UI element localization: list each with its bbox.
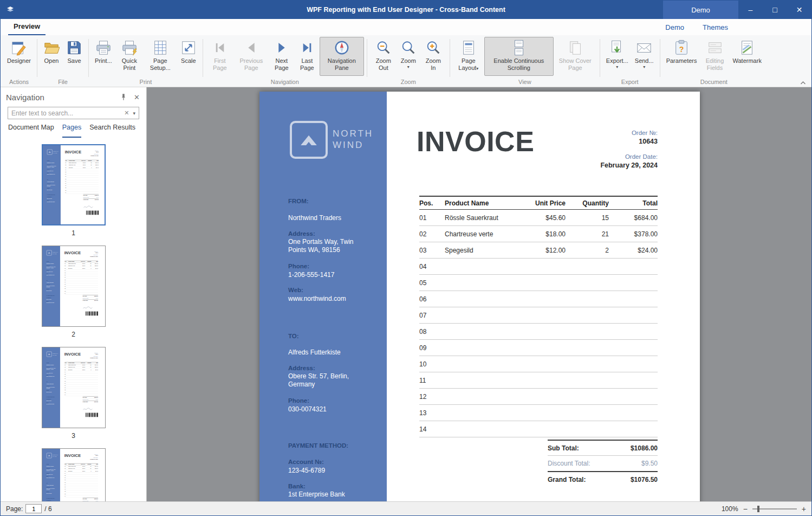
scale-button[interactable]: Scale (177, 37, 200, 76)
quick-print-button[interactable]: Quick Print (115, 37, 144, 76)
watermark-button[interactable]: Watermark (730, 37, 765, 76)
zoom-slider-thumb[interactable] (757, 506, 759, 512)
editing-fields-button[interactable]: Editing Fields (700, 37, 730, 76)
dropdown-caret-icon: ▾ (476, 66, 478, 71)
page-thumbnail-4[interactable]: NORTH WIND FROM: Northwind Traders Addre… (42, 448, 106, 501)
to-name: Alfreds Futterkiste (47, 181, 57, 182)
clear-search-icon[interactable]: ✕ (121, 109, 132, 117)
zoom-slider[interactable] (752, 506, 797, 512)
close-button[interactable]: ✕ (787, 1, 811, 19)
cell-quantity: 2 (86, 167, 92, 168)
cell-pos: 01 (419, 214, 445, 222)
invoice-table-row: 07 (419, 307, 658, 324)
maximize-button[interactable]: □ (763, 1, 787, 19)
tab-document-map[interactable]: Document Map (8, 124, 54, 138)
invoice-title: INVOICE (64, 251, 80, 255)
zoom-in-slider-button[interactable]: + (802, 505, 806, 513)
tab-pages[interactable]: Pages (62, 124, 81, 138)
ribbon-tab-row: Preview Demo Themes (1, 19, 811, 35)
page-layout-button[interactable]: Page Layout▾ (453, 37, 484, 76)
link-themes[interactable]: Themes (703, 23, 728, 31)
order-no-value: 10643 (90, 253, 98, 254)
search-dropdown-icon[interactable]: ▾ (132, 111, 139, 116)
export-button[interactable]: Export... ▾ (603, 37, 632, 76)
zoom-dropdown-button[interactable]: Zoom ▾ (397, 37, 420, 76)
cell-unit-price: $12.00 (77, 268, 85, 269)
group-caption-actions: Actions (3, 78, 35, 87)
tab-search-results[interactable]: Search Results (89, 124, 135, 138)
to-name: Alfreds Futterkiste (46, 485, 57, 486)
page-thumbnail-1[interactable]: NORTH WIND FROM: Northwind Traders Addre… (42, 144, 106, 225)
to-label: TO: (46, 381, 57, 382)
cell-pos: 14 (64, 394, 68, 395)
zoom-out-button[interactable]: Zoom Out (370, 37, 397, 76)
invoice-table-rows: 01 Rössle Sauerkraut $45.60 15 $684.00 0… (64, 364, 98, 396)
titlebar-demo-section[interactable]: Demo (663, 1, 738, 19)
pin-icon[interactable] (120, 93, 127, 101)
show-cover-page-button[interactable]: Show Cover Page (554, 37, 597, 76)
cell-unit-price: $18.00 (78, 165, 86, 166)
page-total: / 6 (44, 505, 51, 513)
header-pos: Pos. (64, 261, 68, 262)
last-page-button[interactable]: Last Page (295, 37, 320, 76)
designer-button[interactable]: Designer (4, 37, 34, 76)
thumbnail-item: NORTH WIND FROM: Northwind Traders Addre… (42, 246, 106, 338)
company-logo: NORTH WIND (290, 121, 373, 159)
link-demo[interactable]: Demo (665, 23, 684, 31)
previous-page-button[interactable]: Previous Page (234, 37, 269, 76)
close-panel-icon[interactable]: ✕ (134, 93, 140, 101)
order-no-label: Order №: (600, 130, 658, 136)
cell-pos: 13 (64, 291, 68, 292)
next-page-button[interactable]: Next Page (269, 37, 295, 76)
minimize-button[interactable]: – (738, 1, 763, 19)
invoice-table-rows: 01 Rössle Sauerkraut $45.60 15 $684.00 0… (419, 210, 658, 437)
sub-total-label: Sub Total: (83, 195, 87, 196)
header-product-name: Product Name (68, 261, 77, 262)
page-setup-button[interactable]: Page Setup... (144, 37, 177, 76)
cell-unit-price: $45.60 (77, 466, 85, 467)
invoice-table-row: 14 (64, 292, 98, 294)
previous-page-icon (244, 39, 258, 56)
cell-pos: 09 (419, 344, 445, 352)
invoice-table-row: 12 (419, 389, 658, 405)
search-input[interactable] (8, 109, 121, 117)
cell-pos: 05 (64, 373, 68, 375)
dropdown-caret-icon: ▾ (407, 65, 410, 69)
invoice-table: Pos. Product Name Unit Price Quantity To… (65, 160, 99, 194)
print-button[interactable]: Print... (92, 37, 115, 76)
page-number-input[interactable] (25, 504, 42, 513)
send-button[interactable]: Send... ▾ (632, 37, 657, 76)
grand-total-label: Grand Total: (83, 199, 88, 200)
cell-pos: 12 (64, 491, 68, 492)
navigation-pane-button[interactable]: Navigation Pane (320, 37, 364, 76)
thumbnail-item: NORTH WIND FROM: Northwind Traders Addre… (42, 347, 106, 440)
header-unit-price: Unit Price (78, 160, 86, 162)
from-label: FROM: (47, 160, 57, 161)
from-phone: 1-206-555-1417 (47, 170, 57, 171)
page-thumbnail-3[interactable]: NORTH WIND FROM: Northwind Traders Addre… (42, 347, 106, 428)
page-thumbnail-2[interactable]: NORTH WIND FROM: Northwind Traders Addre… (42, 246, 106, 327)
ribbon-group-document: ? Parameters Editing Fields Watermark (662, 36, 766, 87)
grand-total-row: Grand Total: $1076.50 (83, 198, 98, 201)
cell-pos: 06 (65, 174, 69, 175)
open-button[interactable]: Open (40, 37, 63, 76)
ribbon-group-navigation: First Page Previous Page Next Page (205, 36, 365, 87)
continuous-scrolling-button[interactable]: Enable Continuous Scrolling (484, 37, 554, 76)
cell-pos: 08 (64, 380, 68, 382)
cell-unit-price: $18.00 (511, 230, 566, 238)
cell-unit-price: $45.60 (77, 365, 85, 366)
first-page-button[interactable]: First Page (206, 37, 234, 76)
save-button[interactable]: Save (63, 37, 86, 76)
collapse-ribbon-icon[interactable] (800, 81, 806, 85)
zoom-in-button[interactable]: Zoom In (420, 37, 447, 76)
cell-product-name: Spegesild (68, 167, 77, 168)
cell-pos: 13 (64, 493, 68, 494)
zoom-out-slider-button[interactable]: − (743, 505, 748, 513)
parameters-button[interactable]: ? Parameters (663, 37, 700, 76)
payment-method-label: PAYMENT METHOD: (46, 295, 57, 296)
group-caption-view: View (452, 78, 598, 87)
header-quantity: Quantity (85, 261, 91, 262)
barcode (86, 211, 99, 215)
zoom-icon (400, 39, 417, 56)
tab-preview[interactable]: Preview (8, 19, 46, 35)
